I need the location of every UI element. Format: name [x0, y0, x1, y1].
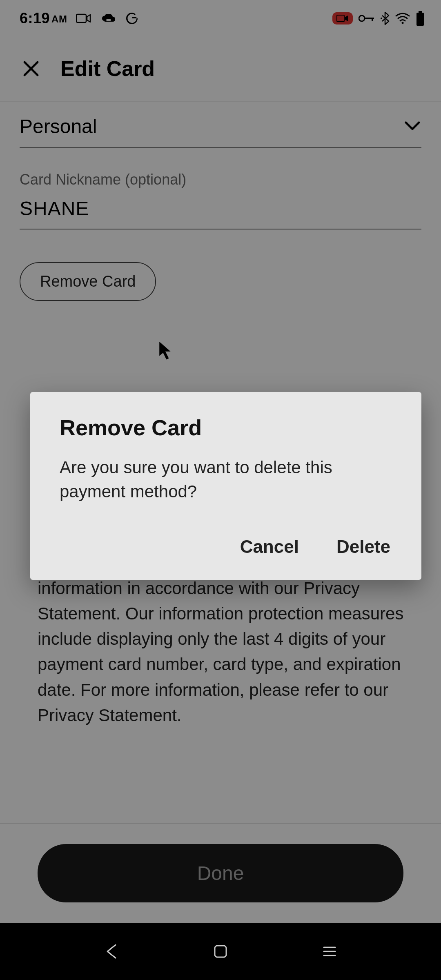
svg-rect-9: [416, 13, 424, 26]
time-ampm: AM: [51, 13, 67, 24]
svg-point-3: [359, 16, 365, 21]
nickname-label: Card Nickname (optional): [20, 171, 421, 188]
svg-point-7: [402, 22, 404, 24]
cursor-icon: [157, 339, 175, 364]
status-time: 6:19AM: [20, 10, 67, 27]
svg-rect-0: [76, 14, 86, 22]
status-bar: 6:19AM: [0, 0, 441, 37]
header: Edit Card: [0, 37, 441, 101]
close-button[interactable]: [20, 57, 42, 80]
bluetooth-icon: [381, 11, 390, 25]
svg-rect-10: [215, 946, 226, 957]
back-icon: [104, 943, 119, 960]
battery-icon: [416, 11, 425, 26]
svg-rect-1: [106, 19, 111, 21]
card-type-dropdown[interactable]: Personal: [20, 106, 421, 148]
status-left: 6:19AM: [20, 10, 139, 27]
footer: Done: [0, 823, 441, 923]
delete-button[interactable]: Delete: [336, 537, 390, 557]
system-nav-bar: [0, 923, 441, 980]
vpn-key-icon: [359, 14, 375, 23]
camera-icon: [76, 13, 91, 24]
svg-rect-5: [372, 18, 373, 21]
back-button[interactable]: [99, 939, 124, 964]
home-button[interactable]: [208, 939, 233, 964]
home-icon: [213, 944, 228, 959]
card-type-value: Personal: [20, 115, 97, 138]
recent-button[interactable]: [317, 939, 342, 964]
cloud-icon: [100, 13, 116, 24]
svg-rect-8: [419, 11, 422, 13]
google-icon: [125, 11, 139, 25]
page-title: Edit Card: [60, 56, 155, 81]
time-value: 6:19: [20, 10, 50, 27]
remove-card-dialog: Remove Card Are you sure you want to del…: [30, 392, 421, 580]
wifi-icon: [395, 13, 410, 24]
dialog-title: Remove Card: [60, 415, 392, 440]
recording-badge-icon: [332, 12, 353, 24]
form-area: Personal Card Nickname (optional) Remove…: [0, 102, 441, 301]
svg-point-6: [381, 18, 382, 19]
svg-rect-2: [337, 15, 344, 22]
status-right: [332, 11, 425, 26]
nickname-input[interactable]: [20, 193, 421, 229]
done-button[interactable]: Done: [38, 844, 403, 902]
cancel-button[interactable]: Cancel: [240, 537, 299, 557]
menu-icon: [322, 945, 337, 958]
close-icon: [22, 60, 40, 78]
chevron-down-icon: [403, 120, 421, 133]
dialog-actions: Cancel Delete: [60, 537, 392, 564]
remove-card-button[interactable]: Remove Card: [20, 262, 156, 301]
privacy-text: information in accordance with our Priva…: [38, 576, 417, 728]
dialog-message: Are you sure you want to delete this pay…: [60, 456, 392, 504]
